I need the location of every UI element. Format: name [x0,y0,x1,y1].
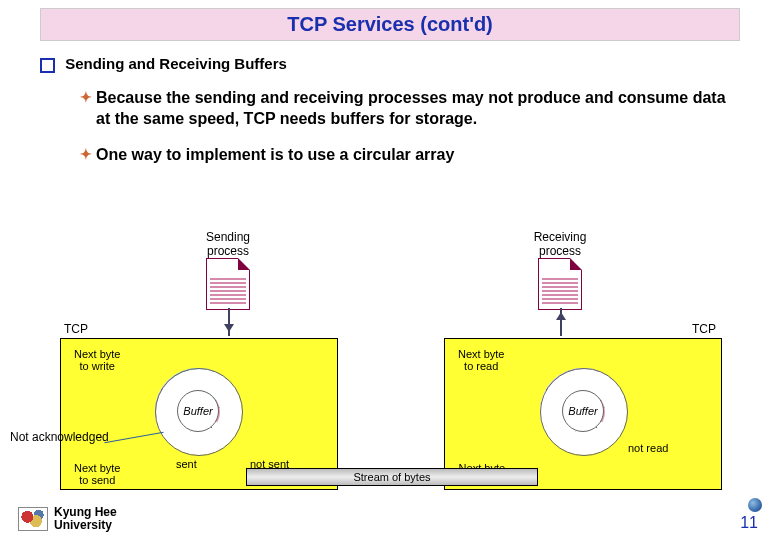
slide-title-bar: TCP Services (cont'd) [40,8,740,41]
section-heading: Sending and Receiving Buffers [65,55,287,72]
legend-not-read: not read [628,442,668,454]
corner-dot-icon [748,498,762,512]
annot-left-bottom: Next byte to send [74,462,120,486]
stream-of-bytes: Stream of bytes [246,468,538,486]
document-icon [206,258,250,310]
annot-left-top: Next byte to write [74,348,120,372]
legend-sent: sent [176,458,197,470]
receiving-process-label: Receiving process [520,230,600,258]
page-number: 11 [740,514,758,532]
star-bullet-icon: ✦ [80,144,92,166]
annot-right-top: Next byte to read [458,348,504,372]
tcp-label-right: TCP [692,322,716,336]
slide-title: TCP Services (cont'd) [287,13,493,35]
diagram: Sending process Receiving process TCP TC… [60,230,720,500]
sending-process: Sending process [188,230,268,310]
buffer-label-left: Buffer [177,390,219,432]
star-bullet-icon: ✦ [80,87,92,130]
university-name: Kyung Hee University [54,506,117,532]
not-acknowledged-callout: Not acknowledged [10,430,109,444]
bullet-row-1: ✦ Because the sending and receiving proc… [80,87,740,130]
bullet-text-1: Because the sending and receiving proces… [96,87,740,130]
sending-process-label: Sending process [188,230,268,258]
document-icon [538,258,582,310]
bullet-row-2: ✦ One way to implement is to use a circu… [80,144,740,166]
arrow-down-icon [228,308,230,336]
university-logo-icon [18,507,48,531]
tcp-label-left: TCP [64,322,88,336]
square-bullet-icon [40,58,55,73]
bullet-text-2: One way to implement is to use a circula… [96,144,454,166]
section-heading-row: Sending and Receiving Buffers [40,55,740,73]
buffer-label-right: Buffer [562,390,604,432]
arrow-up-icon [560,308,562,336]
footer: Kyung Hee University [18,506,117,532]
receiving-process: Receiving process [520,230,600,310]
